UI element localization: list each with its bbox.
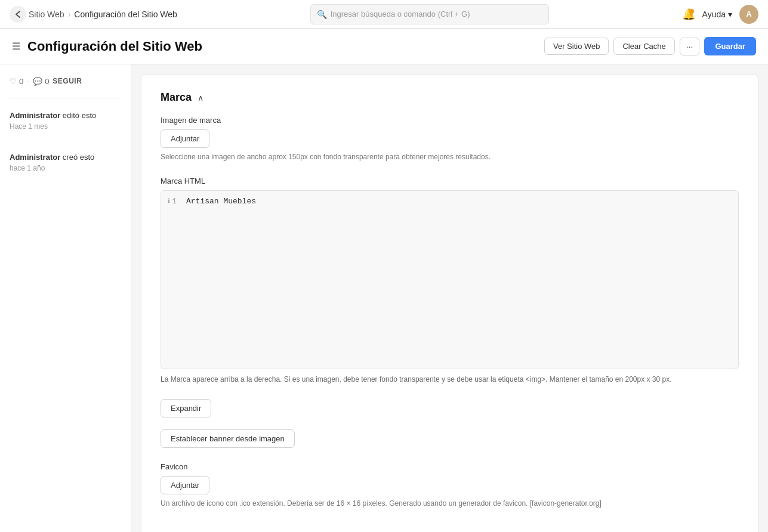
code-gutter: ℹ 1 — [161, 197, 183, 206]
search-placeholder-text: Ingresar búsqueda o comando (Ctrl + G) — [331, 10, 470, 18]
search-box[interactable]: 🔍 Ingresar búsqueda o comando (Ctrl + G) — [310, 4, 549, 24]
stats-row: ♡ 0 · 💬 0 SEGUIR — [10, 76, 121, 86]
brand-html-description: La Marca aparece arriba a la derecha. Si… — [161, 374, 739, 385]
search-area[interactable]: 🔍 Ingresar búsqueda o comando (Ctrl + G) — [310, 4, 549, 24]
breadcrumb: Sitio Web › Configuración del Sitio Web — [29, 10, 177, 19]
toolbar-left: ☰ Configuración del Sitio Web — [12, 39, 202, 54]
brand-image-label: Imagen de marca — [161, 116, 739, 125]
menu-icon-button[interactable]: ☰ — [12, 41, 20, 52]
activity-text-1: Administrator editó esto — [10, 110, 121, 121]
activity-user-1: Administrator — [10, 111, 60, 120]
code-editor[interactable]: ℹ 1 Artisan Muebles — [161, 190, 739, 369]
section-collapse-button[interactable]: ∧ — [198, 93, 203, 103]
avatar[interactable]: A — [739, 5, 758, 24]
section-title: Marca — [161, 91, 192, 104]
hamburger-icon: ☰ — [12, 41, 20, 51]
expand-button[interactable]: Expandir — [161, 399, 211, 417]
set-banner-button[interactable]: Establecer banner desde imagen — [161, 429, 295, 448]
clear-cache-button[interactable]: Clear Cache — [613, 38, 674, 55]
stat-separator: · — [27, 76, 29, 86]
content-area: ♡ 0 · 💬 0 SEGUIR Administrator editó est… — [0, 64, 768, 532]
comments-stat: 💬 0 — [33, 77, 49, 86]
help-button[interactable]: Ayuda ▾ — [702, 10, 732, 19]
page-title: Configuración del Sitio Web — [27, 39, 202, 54]
main-panel: Marca ∧ Imagen de marca Adjuntar Selecci… — [141, 74, 758, 532]
activity-item-2: Administrator creó esto hace 1 año — [10, 152, 121, 172]
brand-image-field: Imagen de marca Adjuntar Seleccione una … — [161, 116, 739, 162]
brand-html-field: Marca HTML ℹ 1 Artisan Muebles La Marca … — [161, 177, 739, 385]
top-navigation: Sitio Web › Configuración del Sitio Web … — [0, 0, 768, 29]
chevron-down-icon: ▾ — [728, 10, 732, 19]
save-button[interactable]: Guardar — [704, 37, 756, 55]
page-wrapper: ☰ Configuración del Sitio Web Ver Sitio … — [0, 29, 768, 532]
activity-action-1: editó esto — [63, 111, 96, 120]
likes-count: 0 — [19, 77, 23, 86]
help-label: Ayuda — [702, 10, 726, 19]
sidebar-divider — [10, 98, 121, 98]
favicon-attach-button[interactable]: Adjuntar — [161, 476, 209, 494]
nav-left: Sitio Web › Configuración del Sitio Web — [10, 6, 177, 23]
favicon-label: Favicon — [161, 462, 739, 471]
toolbar-right: Ver Sitio Web Clear Cache ··· Guardar — [544, 37, 756, 55]
code-body: ℹ 1 Artisan Muebles — [161, 191, 738, 346]
follow-button[interactable]: SEGUIR — [53, 77, 82, 85]
more-options-button[interactable]: ··· — [680, 38, 700, 55]
activity-text-2: Administrator creó esto — [10, 152, 121, 163]
likes-stat: ♡ 0 — [10, 77, 23, 86]
brand-image-hint: Seleccione una imagen de ancho aprox 150… — [161, 151, 739, 162]
brand-html-label: Marca HTML — [161, 177, 739, 185]
nav-right: 🔔 Ayuda ▾ A — [682, 5, 758, 24]
back-button[interactable] — [10, 6, 26, 23]
activity-time-1: Hace 1 mes — [10, 122, 121, 131]
brand-image-attach-button[interactable]: Adjuntar — [161, 129, 209, 148]
code-line-1: ℹ 1 Artisan Muebles — [161, 194, 738, 208]
activity-item-1: Administrator editó esto Hace 1 mes — [10, 110, 121, 131]
search-icon: 🔍 — [317, 10, 327, 19]
comment-icon: 💬 — [33, 77, 42, 86]
chevron-up-icon: ∧ — [198, 93, 203, 103]
activity-user-2: Administrator — [10, 153, 60, 162]
section-header: Marca ∧ — [161, 91, 739, 104]
notification-button[interactable]: 🔔 — [682, 8, 695, 21]
code-content: Artisan Muebles — [183, 197, 256, 206]
view-site-button[interactable]: Ver Sitio Web — [544, 38, 609, 55]
favicon-hint: Un archivo de icono con .ico extensión. … — [161, 498, 739, 509]
info-icon: ℹ — [168, 197, 170, 205]
comments-count: 0 — [45, 77, 49, 86]
sidebar: ♡ 0 · 💬 0 SEGUIR Administrator editó est… — [0, 64, 131, 532]
breadcrumb-separator: › — [68, 10, 71, 19]
notification-dot — [689, 9, 694, 14]
line-number: 1 — [172, 197, 177, 206]
toolbar: ☰ Configuración del Sitio Web Ver Sitio … — [0, 29, 768, 64]
favicon-field: Favicon Adjuntar Un archivo de icono con… — [161, 462, 739, 509]
ellipsis-icon: ··· — [686, 42, 693, 51]
activity-action-2: creó esto — [63, 153, 94, 162]
heart-icon: ♡ — [10, 77, 17, 86]
breadcrumb-current: Configuración del Sitio Web — [74, 10, 177, 19]
activity-time-2: hace 1 año — [10, 164, 121, 172]
breadcrumb-site-web[interactable]: Sitio Web — [29, 10, 64, 19]
